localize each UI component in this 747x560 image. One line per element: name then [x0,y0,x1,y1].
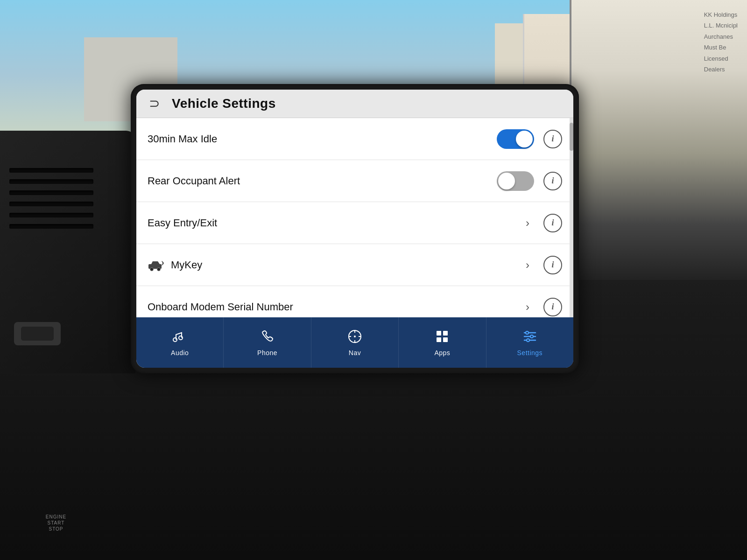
svg-point-3 [173,338,177,342]
svg-rect-11 [437,331,441,336]
setting-row-rear-occupant[interactable]: Rear Occupant Alert i [136,160,573,202]
svg-point-4 [179,336,183,340]
svg-rect-12 [443,331,448,336]
nav-map-icon [347,329,362,346]
nav-item-settings[interactable]: Settings [486,317,573,368]
apps-grid-icon [435,329,450,346]
mykey-icon [148,259,164,272]
left-dashboard [0,131,135,373]
nav-label-audio: Audio [171,349,189,357]
svg-point-2 [157,267,161,271]
scrollbar-thumb [570,123,573,151]
phone-icon [260,329,275,346]
info-button-modem[interactable]: i [543,298,562,316]
screen-bezel: ⊃ Vehicle Settings 30min Max Idle i [131,84,579,373]
engine-start-stop[interactable]: ENGINESTARTSTOP [28,514,84,532]
nav-label-settings: Settings [517,349,543,357]
audio-icon [172,329,187,346]
air-vents [9,168,93,235]
settings-sliders-icon [522,329,537,346]
nav-item-audio[interactable]: Audio [136,317,224,368]
setting-label-rear-occupant: Rear Occupant Alert [148,175,497,187]
setting-label-mykey: MyKey [148,259,526,272]
setting-row-easy-entry[interactable]: Easy Entry/Exit › i [136,202,573,244]
nav-label-apps: Apps [434,349,450,357]
info-button-easy-entry[interactable]: i [543,214,562,232]
setting-row-mykey[interactable]: MyKey › i [136,244,573,286]
setting-control-mykey: › i [526,256,562,274]
nav-label-nav: Nav [349,349,361,357]
back-button[interactable]: ⊃ [146,97,162,110]
gear-control [14,322,61,345]
chevron-modem-icon: › [526,301,529,314]
svg-point-6 [354,336,356,337]
scrollbar[interactable] [570,118,573,317]
svg-point-19 [530,335,533,338]
svg-rect-13 [437,337,441,342]
right-window-area: KK Holdings L.L. Mcnicipl Aurchanes Must… [570,0,747,280]
infotainment-screen: ⊃ Vehicle Settings 30min Max Idle i [136,90,573,368]
screen-header: ⊃ Vehicle Settings [136,90,573,118]
setting-control-rear-occupant: i [497,171,562,191]
toggle-max-idle[interactable] [497,129,534,149]
nav-item-phone[interactable]: Phone [224,317,311,368]
svg-point-1 [150,267,154,271]
toggle-thumb-max-idle [516,131,533,147]
setting-label-max-idle: 30min Max Idle [148,133,497,145]
setting-row-modem-serial[interactable]: Onboard Modem Serial Number › i [136,286,573,317]
settings-list: 30min Max Idle i Rear Occupant Alert [136,118,573,317]
chevron-easy-entry-icon: › [526,217,529,230]
page-title: Vehicle Settings [172,96,276,111]
setting-control-max-idle: i [497,129,562,149]
toggle-rear-occupant[interactable] [497,171,534,191]
setting-control-modem-serial: › i [526,298,562,316]
info-button-mykey[interactable]: i [543,256,562,274]
svg-rect-14 [443,337,448,342]
setting-label-modem-serial: Onboard Modem Serial Number [148,301,526,313]
setting-row-max-idle[interactable]: 30min Max Idle i [136,118,573,160]
chevron-mykey-icon: › [526,259,529,272]
svg-point-18 [526,331,529,334]
building-text: KK Holdings L.L. Mcnicipl Aurchanes Must… [704,9,738,75]
start-stop-label: ENGINESTARTSTOP [28,514,84,532]
info-button-max-idle[interactable]: i [543,130,562,148]
setting-label-easy-entry: Easy Entry/Exit [148,217,526,229]
setting-control-easy-entry: › i [526,214,562,232]
svg-point-20 [527,339,529,342]
info-button-rear-occupant[interactable]: i [543,172,562,190]
toggle-thumb-rear-occupant [498,173,515,189]
back-arrow-icon: ⊃ [149,97,160,110]
nav-item-apps[interactable]: Apps [399,317,486,368]
nav-label-phone: Phone [257,349,277,357]
bottom-nav: Audio Phone [136,317,573,368]
nav-item-nav[interactable]: Nav [311,317,399,368]
